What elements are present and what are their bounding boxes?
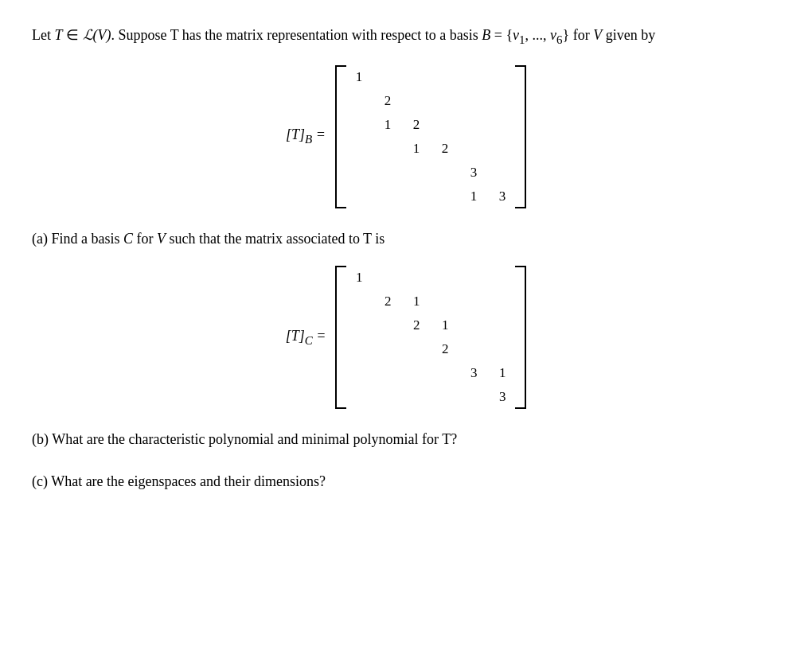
matrix-row: 1 2 bbox=[353, 138, 509, 159]
matrix-b: 1 2 1 2 bbox=[335, 65, 526, 208]
matrix-row: 2 bbox=[353, 339, 509, 360]
matrix-b-label: [T]B = bbox=[286, 126, 326, 146]
part-b-label: (b) What are the characteristic polynomi… bbox=[32, 428, 780, 451]
matrix-b-rows: 1 2 1 2 bbox=[353, 67, 509, 207]
matrix-row: 1 3 bbox=[353, 186, 509, 207]
bracket-right-b bbox=[515, 65, 526, 208]
matrix-row: 2 bbox=[353, 91, 509, 111]
bracket-right-c bbox=[515, 266, 526, 409]
matrix-row: 1 2 bbox=[353, 115, 509, 135]
matrix-row: 1 bbox=[353, 67, 509, 88]
matrix-row: 3 bbox=[353, 162, 509, 183]
part-a-label: (a) Find a basis C for V such that the m… bbox=[32, 228, 780, 251]
matrix-c: 1 2 1 2 1 bbox=[335, 266, 526, 409]
matrix-row: 2 1 bbox=[353, 315, 509, 336]
intro-paragraph: Let T ∈ ℒ(V). Suppose T has the matrix r… bbox=[32, 24, 780, 49]
part-c-label: (c) What are the eigenspaces and their d… bbox=[32, 470, 780, 493]
matrix-row: 2 1 bbox=[353, 291, 509, 312]
matrix-row: 1 bbox=[353, 267, 509, 288]
matrix-row: 3 1 bbox=[353, 363, 509, 383]
matrix-row: 3 bbox=[353, 387, 509, 407]
bracket-left-b bbox=[335, 65, 346, 208]
matrix-b-block: [T]B = 1 2 1 2 bbox=[32, 65, 780, 208]
matrix-c-rows: 1 2 1 2 1 bbox=[353, 267, 509, 407]
bracket-left-c bbox=[335, 266, 346, 409]
matrix-c-block: [T]C = 1 2 1 2 bbox=[32, 266, 780, 409]
matrix-c-label: [T]C = bbox=[286, 328, 326, 348]
intro-line1: Let T ∈ ℒ(V). Suppose T has the matrix r… bbox=[32, 24, 780, 49]
